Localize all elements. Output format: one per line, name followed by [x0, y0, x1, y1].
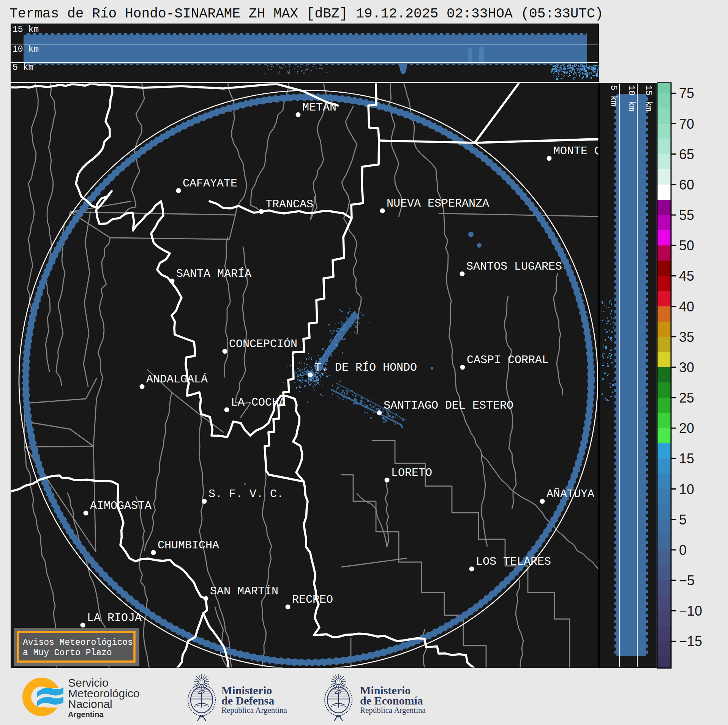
svg-text:de Economía: de Economía: [360, 694, 423, 707]
svg-text:MONTE QUEMADO: MONTE QUEMADO: [553, 145, 599, 158]
svg-text:SAN MARTÍN: SAN MARTÍN: [210, 585, 278, 598]
svg-text:CAFAYATE: CAFAYATE: [183, 177, 237, 190]
svg-text:50: 50: [679, 238, 694, 253]
svg-text:35: 35: [679, 329, 694, 345]
svg-text:15 km: 15 km: [13, 25, 39, 35]
svg-text:65: 65: [679, 147, 694, 162]
svg-text:−5: −5: [679, 573, 695, 588]
svg-text:10 km: 10 km: [13, 44, 39, 54]
svg-text:AIMOGASTA: AIMOGASTA: [90, 499, 152, 512]
svg-text:CASPI CORRAL: CASPI CORRAL: [467, 354, 549, 366]
svg-text:TRANCAS: TRANCAS: [265, 198, 313, 211]
svg-text:SANTOS LUGARES: SANTOS LUGARES: [466, 260, 562, 273]
svg-text:LA COCHA: LA COCHA: [231, 396, 286, 409]
svg-text:República Argentina: República Argentina: [360, 706, 426, 715]
svg-text:a Muy Corto Plazo: a Muy Corto Plazo: [23, 648, 112, 658]
svg-text:55: 55: [679, 207, 694, 223]
svg-text:−15: −15: [679, 633, 702, 649]
svg-text:Argentina: Argentina: [68, 710, 104, 719]
svg-text:45: 45: [679, 268, 694, 284]
svg-text:75: 75: [679, 85, 694, 101]
svg-text:20: 20: [679, 420, 694, 436]
svg-text:−10: −10: [679, 603, 702, 619]
svg-text:Nacional: Nacional: [68, 698, 112, 710]
svg-text:CONCEPCIÓN: CONCEPCIÓN: [229, 338, 297, 351]
svg-text:NUEVA ESPERANZA: NUEVA ESPERANZA: [387, 197, 489, 210]
svg-text:5 km: 5 km: [13, 63, 33, 73]
svg-text:CHUMBICHA: CHUMBICHA: [158, 539, 219, 552]
svg-text:10 km: 10 km: [626, 85, 636, 111]
svg-text:Avisos Meteorológicos: Avisos Meteorológicos: [23, 638, 133, 648]
svg-text:25: 25: [679, 390, 694, 406]
svg-text:LOS TELARES: LOS TELARES: [476, 555, 551, 568]
svg-text:40: 40: [679, 299, 694, 314]
svg-text:de Defensa: de Defensa: [221, 694, 274, 707]
svg-text:70: 70: [679, 116, 694, 132]
svg-text:10: 10: [679, 482, 694, 497]
svg-text:15: 15: [679, 451, 694, 466]
svg-text:5 km: 5 km: [608, 85, 618, 106]
svg-text:S. F. V. C.: S. F. V. C.: [208, 488, 284, 501]
svg-text:60: 60: [679, 177, 694, 193]
svg-text:RECREO: RECREO: [292, 593, 333, 606]
svg-text:0: 0: [679, 542, 687, 558]
svg-text:15 km: 15 km: [643, 85, 653, 111]
svg-text:ANDALGALÁ: ANDALGALÁ: [146, 373, 208, 386]
svg-text:SANTA MARÍA: SANTA MARÍA: [176, 267, 251, 280]
svg-text:30: 30: [679, 360, 694, 375]
svg-text:METÁN: METÁN: [302, 101, 336, 114]
svg-text:T. DE RÍO HONDO: T. DE RÍO HONDO: [314, 361, 417, 374]
svg-text:LORETO: LORETO: [391, 466, 432, 479]
svg-text:SANTIAGO DEL ESTERO: SANTIAGO DEL ESTERO: [384, 399, 513, 412]
svg-text:AÑATUYA: AÑATUYA: [546, 488, 594, 501]
svg-text:5: 5: [679, 512, 687, 528]
svg-text:LA RIOJA: LA RIOJA: [87, 611, 142, 624]
svg-text:República Argentina: República Argentina: [221, 706, 287, 715]
